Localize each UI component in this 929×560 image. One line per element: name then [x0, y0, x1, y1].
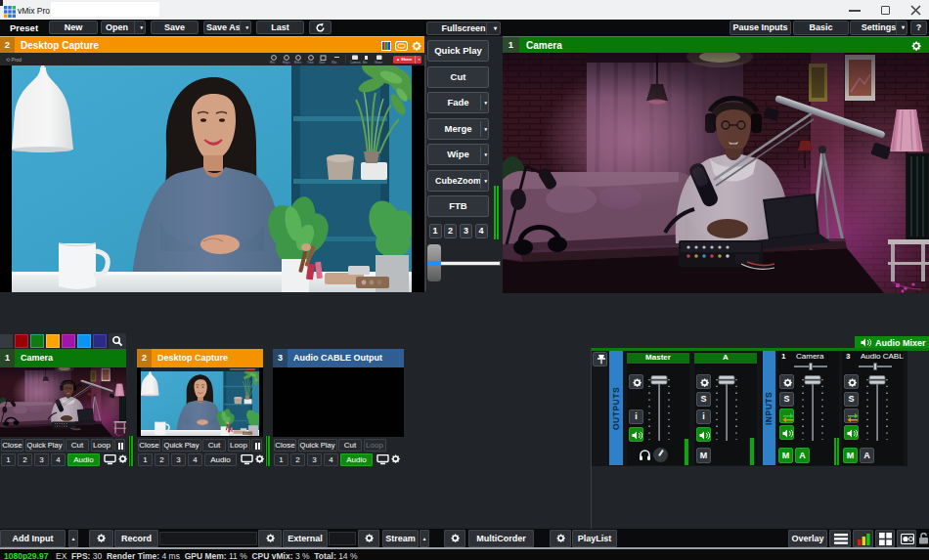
- svg-text:Wat: Wat: [332, 61, 336, 65]
- svg-text:Start: Start: [319, 61, 326, 65]
- svg-text:Share: Share: [375, 61, 382, 65]
- svg-text:Mic: Mic: [363, 61, 368, 65]
- svg-text:Rec: Rec: [270, 61, 276, 65]
- svg-text:Time: Time: [307, 61, 314, 65]
- svg-text:Camera: Camera: [350, 61, 361, 65]
- svg-text:Rehe: Rehe: [294, 61, 302, 65]
- svg-text:Regis: Regis: [283, 61, 290, 65]
